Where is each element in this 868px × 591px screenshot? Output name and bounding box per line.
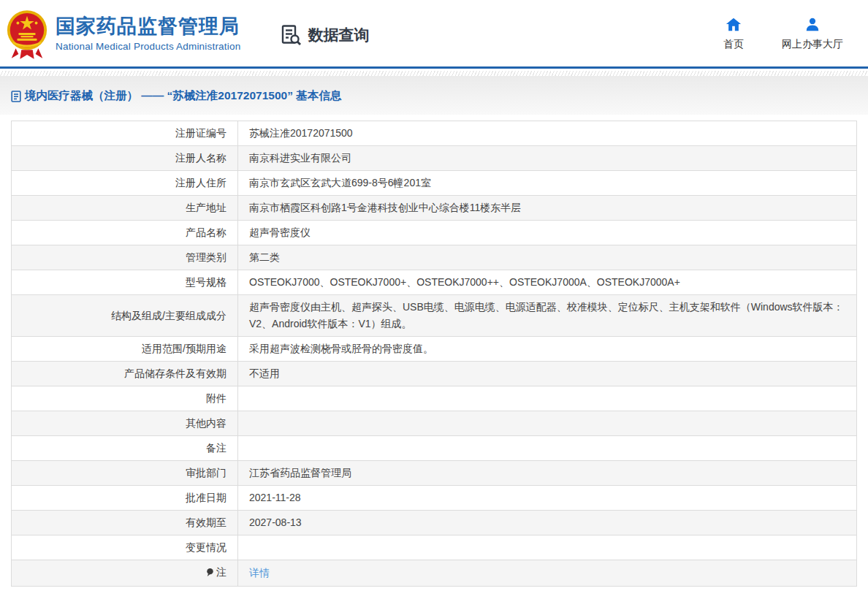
table-row: 生产地址 南京市栖霞区科创路1号金港科技创业中心综合楼11楼东半层 [12, 196, 857, 221]
table-row: 型号规格 OSTEOKJ7000、OSTEOKJ7000+、OSTEOKJ700… [12, 270, 857, 295]
table-row: 注册证编号 苏械注准20172071500 [12, 121, 857, 146]
breadcrumb-band: 境内医疗器械（注册） —— “苏械注准20172071500” 基本信息 [0, 76, 868, 115]
row-value: 2021-11-28 [238, 486, 857, 511]
row-value: 南京市玄武区玄武大道699-8号6幢201室 [238, 171, 857, 196]
row-label: 注册人名称 [12, 146, 238, 171]
row-label: 注册证编号 [12, 121, 238, 146]
row-label: 管理类别 [12, 245, 238, 270]
row-value: 南京科进实业有限公司 [238, 146, 857, 171]
row-label: 备注 [12, 436, 238, 461]
table-row: 有效期至 2027-08-13 [12, 511, 857, 535]
row-value: 超声骨密度仪 [238, 221, 857, 245]
table-row: 管理类别 第二类 [12, 245, 857, 270]
hint-icon [206, 568, 214, 577]
row-value: OSTEOKJ7000、OSTEOKJ7000+、OSTEOKJ7000++、O… [238, 270, 857, 295]
row-label: 注册人住所 [12, 171, 238, 196]
table-row: 结构及组成/主要组成成分 超声骨密度仪由主机、超声探头、USB电缆、电源电缆、电… [12, 295, 857, 337]
detail-link[interactable]: 详情 [249, 567, 270, 579]
data-query-heading: 数据查询 [281, 24, 369, 46]
row-value: 不适用 [238, 362, 857, 386]
org-name-en: National Medical Products Administration [56, 41, 240, 52]
org-name-zh: 国家药品监督管理局 [56, 15, 240, 38]
row-label-note: 注 [12, 560, 238, 587]
table-row: 产品名称 超声骨密度仪 [12, 221, 857, 245]
national-emblem-logo [6, 9, 48, 60]
row-value: 第二类 [238, 245, 857, 270]
table-row: 注册人住所 南京市玄武区玄武大道699-8号6幢201室 [12, 171, 857, 196]
page-title: 数据查询 [308, 25, 369, 45]
nav-item-label: 首页 [723, 38, 744, 51]
nav-item-service-hall[interactable]: 网上办事大厅 [782, 17, 843, 51]
row-label: 产品储存条件及有效期 [12, 362, 238, 386]
top-navigation: 首页 网上办事大厅 [723, 17, 843, 51]
table-row: 审批部门 江苏省药品监督管理局 [12, 461, 857, 486]
row-label: 注 [216, 564, 226, 581]
row-value: 苏械注准20172071500 [238, 121, 857, 146]
row-label: 产品名称 [12, 221, 238, 245]
document-icon [11, 91, 21, 102]
home-icon [726, 17, 742, 33]
row-label: 批准日期 [12, 486, 238, 511]
row-value: 2027-08-13 [238, 511, 857, 535]
row-label: 审批部门 [12, 461, 238, 486]
row-value: 江苏省药品监督管理局 [238, 461, 857, 486]
row-value: 详情 [238, 560, 857, 587]
table-row: 备注 [12, 436, 857, 461]
table-row: 注册人名称 南京科进实业有限公司 [12, 146, 857, 171]
document-search-icon [281, 24, 302, 46]
org-title-block: 国家药品监督管理局 National Medical Products Admi… [56, 15, 240, 51]
table-row: 产品储存条件及有效期 不适用 [12, 362, 857, 386]
registration-info-table: 注册证编号 苏械注准20172071500 注册人名称 南京科进实业有限公司 注… [11, 121, 857, 587]
row-label: 适用范围/预期用途 [12, 337, 238, 362]
nav-item-label: 网上办事大厅 [782, 38, 843, 51]
row-value [238, 386, 857, 411]
breadcrumb-text: 境内医疗器械（注册） —— “苏械注准20172071500” 基本信息 [25, 88, 341, 104]
table-row: 注 详情 [12, 560, 857, 587]
user-icon [804, 17, 821, 33]
row-value [238, 411, 857, 436]
row-label: 有效期至 [12, 511, 238, 535]
row-label: 变更情况 [12, 535, 238, 560]
table-row: 附件 [12, 386, 857, 411]
row-label: 生产地址 [12, 196, 238, 221]
nav-item-home[interactable]: 首页 [723, 17, 744, 51]
page-header: 国家药品监督管理局 National Medical Products Admi… [0, 0, 868, 66]
row-value: 超声骨密度仪由主机、超声探头、USB电缆、电源电缆、电源适配器、校准模块、定位标… [238, 295, 857, 337]
hatch-pattern-band [0, 71, 868, 76]
table-row: 批准日期 2021-11-28 [12, 486, 857, 511]
breadcrumb: 境内医疗器械（注册） —— “苏械注准20172071500” 基本信息 [11, 88, 857, 104]
row-value [238, 535, 857, 560]
table-row: 变更情况 [12, 535, 857, 560]
row-label: 附件 [12, 386, 238, 411]
row-value: 采用超声波检测桡骨或胫骨的骨密度值。 [238, 337, 857, 362]
row-label: 型号规格 [12, 270, 238, 295]
row-value [238, 436, 857, 461]
table-row: 其他内容 [12, 411, 857, 436]
row-value: 南京市栖霞区科创路1号金港科技创业中心综合楼11楼东半层 [238, 196, 857, 221]
row-label: 结构及组成/主要组成成分 [12, 295, 238, 337]
row-label: 其他内容 [12, 411, 238, 436]
table-row: 适用范围/预期用途 采用超声波检测桡骨或胫骨的骨密度值。 [12, 337, 857, 362]
